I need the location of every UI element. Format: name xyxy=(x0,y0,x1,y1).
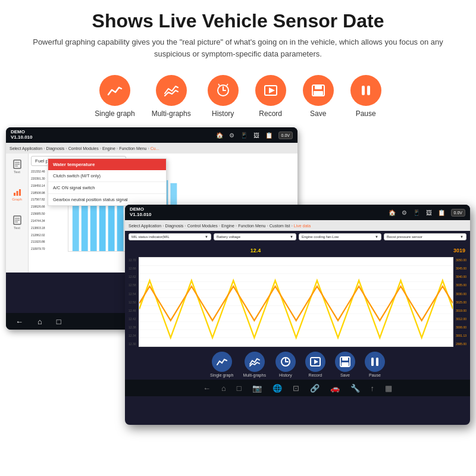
dropdown-boost[interactable]: Boost pressure sensor▼ xyxy=(384,233,466,240)
home-icon[interactable]: 🏠 xyxy=(216,132,223,139)
dropdown-overlay: Water temperature Clutch switch (M/T onl… xyxy=(48,158,167,206)
front-device: DEMO V1.10.010 🏠 ⚙ 📱 🖼 📋 0.0V Select App… xyxy=(125,205,470,425)
toolbar-single-graph-icon xyxy=(212,352,232,372)
icon-record: Record xyxy=(255,75,286,118)
link-sys-icon[interactable]: 🔗 xyxy=(310,384,320,393)
svg-rect-11 xyxy=(367,86,370,95)
toolbar-save[interactable]: Save xyxy=(335,352,355,377)
multi-graphs-icon xyxy=(156,75,187,106)
icon-multi-graphs: Multi-graphs xyxy=(152,75,191,118)
toolbar-pause-icon xyxy=(365,352,385,372)
dropdown-item-1[interactable]: Clutch switch (M/T only) xyxy=(48,170,166,182)
toolbar-record-icon xyxy=(305,352,325,372)
dropdown-cooling[interactable]: Engine cooling fan-Low▼ xyxy=(299,233,381,240)
front-voltage-badge: 0.0V xyxy=(451,209,465,217)
crop-sys-icon[interactable]: ⊡ xyxy=(293,384,299,393)
globe-sys-icon[interactable]: 🌐 xyxy=(273,384,282,393)
multi-graphs-label: Multi-graphs xyxy=(152,109,191,118)
dropdown-item-2[interactable]: A/C ON signal switch xyxy=(48,182,166,194)
wrench-sys-icon[interactable]: 🔧 xyxy=(350,384,360,393)
front-device-topbar: DEMO V1.10.010 🏠 ⚙ 📱 🖼 📋 0.0V xyxy=(125,205,470,220)
back-text-icon2[interactable]: Text xyxy=(13,215,21,230)
icon-pause: Pause xyxy=(350,75,381,118)
front-gear-icon[interactable]: ⚙ xyxy=(402,209,407,216)
voltage-badge: 0.0V xyxy=(278,131,293,139)
front-breadcrumb: Select Application › Diagnosis › Control… xyxy=(125,220,470,231)
front-device-nav: 🏠 ⚙ 📱 🖼 📋 0.0V xyxy=(389,209,465,217)
toolbar-history[interactable]: History xyxy=(275,352,296,377)
back-device-topbar: DEMO V1.10.010 🏠 ⚙ 📱 🖼 📋 0.0V xyxy=(6,127,298,143)
toolbar-save-icon xyxy=(335,352,355,372)
front-dropdowns: MIL status indicator(MIL▼ Battery voltag… xyxy=(125,231,470,243)
back-device-logo: DEMO V1.10.010 xyxy=(11,130,32,140)
up-sys-icon[interactable]: ↑ xyxy=(371,384,375,393)
svg-line-3 xyxy=(218,84,220,86)
front-image-icon[interactable]: 🖼 xyxy=(426,209,432,216)
record-icon xyxy=(255,75,286,106)
single-graph-icon xyxy=(99,75,130,106)
front-tablet-icon[interactable]: 📋 xyxy=(438,209,445,216)
svg-rect-8 xyxy=(315,85,322,89)
back-device-nav: 🏠 ⚙ 📱 🖼 📋 0.0V xyxy=(216,131,293,139)
front-device-logo: DEMO V1.10.010 xyxy=(130,207,151,218)
boost-value: 3019 xyxy=(453,248,465,253)
car-sys-icon[interactable]: 🚗 xyxy=(330,384,340,393)
toolbar-single-graph-label: Single graph xyxy=(210,373,233,377)
icon-single-graph: Single graph xyxy=(95,75,134,118)
chart-value-labels: 12.4 3019 xyxy=(125,243,470,256)
gear-icon[interactable]: ⚙ xyxy=(229,132,234,139)
phone-icon[interactable]: 📱 xyxy=(240,132,248,139)
front-bottom-toolbar: Single graph Multi-graphs xyxy=(125,348,470,380)
home-sys-icon[interactable]: ⌂ xyxy=(221,384,226,393)
svg-rect-51 xyxy=(342,357,348,361)
toolbar-multi-graphs-label: Multi-graphs xyxy=(243,373,266,377)
svg-rect-17 xyxy=(16,191,18,196)
sq-sys-icon[interactable]: □ xyxy=(237,384,242,393)
svg-rect-16 xyxy=(14,193,15,196)
record-label: Record xyxy=(259,109,282,118)
back-btn[interactable]: ← xyxy=(15,317,23,326)
dropdown-mil[interactable]: MIL status indicator(MIL▼ xyxy=(129,233,211,240)
single-graph-label: Single graph xyxy=(95,109,134,118)
y-axis-left: 12.70 12.66 12.62 12.58 12.54 12.50 12.4… xyxy=(129,257,136,347)
back-breadcrumb: Select Application › Diagnosis › Control… xyxy=(6,143,298,154)
screens-container: DEMO V1.10.010 🏠 ⚙ 📱 🖼 📋 0.0V Select App… xyxy=(6,127,470,431)
grid-sys-icon[interactable]: ▦ xyxy=(385,384,392,393)
back-graph-icon[interactable]: Graph xyxy=(12,188,22,201)
battery-value: 12.4 xyxy=(250,248,261,253)
back-sys-icon[interactable]: ← xyxy=(203,384,211,393)
svg-rect-53 xyxy=(371,358,374,366)
toolbar-record-label: Record xyxy=(309,373,322,377)
dropdown-item-3[interactable]: Gearbox neutral position status signal xyxy=(48,194,166,205)
toolbar-save-label: Save xyxy=(340,373,350,377)
pause-label: Pause xyxy=(356,109,376,118)
front-phone-icon[interactable]: 📱 xyxy=(413,209,420,216)
subtitle: Powerful graphing capability gives you t… xyxy=(24,36,452,60)
toolbar-multi-graphs-icon xyxy=(245,352,265,372)
svg-rect-18 xyxy=(19,189,21,196)
toolbar-multi-graphs[interactable]: Multi-graphs xyxy=(243,352,266,377)
history-label: History xyxy=(212,109,234,118)
front-chart-svg-container xyxy=(139,257,453,347)
main-title: Shows Live Vehicle Sensor Date xyxy=(24,11,452,32)
square-btn[interactable]: □ xyxy=(57,317,61,326)
icon-history: History xyxy=(208,75,239,118)
svg-rect-9 xyxy=(314,91,323,95)
image-icon[interactable]: 🖼 xyxy=(253,132,259,139)
front-system-bar: ← ⌂ □ 📷 🌐 ⊡ 🔗 🚗 🔧 ↑ ▦ xyxy=(125,380,470,396)
save-icon xyxy=(303,75,334,106)
save-label: Save xyxy=(310,109,326,118)
back-text-icon[interactable]: Text xyxy=(13,159,21,174)
home-btn[interactable]: ⌂ xyxy=(37,317,42,326)
svg-line-4 xyxy=(227,84,228,86)
front-chart-area: 12.70 12.66 12.62 12.58 12.54 12.50 12.4… xyxy=(125,256,470,348)
dropdown-battery[interactable]: Battery voltage▼ xyxy=(214,233,296,240)
toolbar-pause-label: Pause xyxy=(369,373,381,377)
toolbar-pause[interactable]: Pause xyxy=(365,352,385,377)
tablet-icon[interactable]: 📋 xyxy=(265,132,273,139)
toolbar-record[interactable]: Record xyxy=(305,352,325,377)
toolbar-single-graph[interactable]: Single graph xyxy=(210,352,233,377)
camera-sys-icon[interactable]: 📷 xyxy=(252,384,262,393)
front-home-icon[interactable]: 🏠 xyxy=(389,209,396,216)
toolbar-history-label: History xyxy=(279,373,292,377)
